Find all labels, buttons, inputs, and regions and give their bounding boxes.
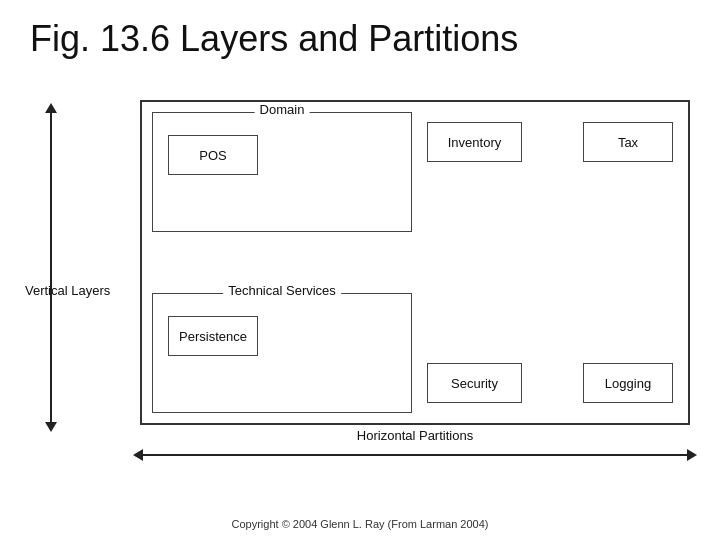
logging-box: Logging: [583, 363, 673, 403]
tax-box: Tax: [583, 122, 673, 162]
horizontal-arrow: [140, 454, 690, 456]
domain-label: Domain: [255, 102, 310, 117]
persistence-label: Persistence: [179, 329, 247, 344]
techservices-box: Technical Services Persistence: [152, 293, 412, 413]
page-title: Fig. 13.6 Layers and Partitions: [30, 18, 518, 60]
copyright-text: Copyright © 2004 Glenn L. Ray (From Larm…: [232, 517, 489, 532]
outer-box: Domain POS Inventory Tax Technical Servi…: [140, 100, 690, 425]
vertical-arrow: [50, 110, 52, 425]
horizontal-partitions-label: Horizontal Partitions: [353, 428, 477, 443]
horizontal-partitions-container: Horizontal Partitions: [140, 445, 690, 465]
inventory-box: Inventory: [427, 122, 522, 162]
diagram-area: Vertical Layers Domain POS Inventory Tax…: [20, 100, 700, 480]
tax-label: Tax: [618, 135, 638, 150]
pos-box: POS: [168, 135, 258, 175]
security-label: Security: [451, 376, 498, 391]
techservices-label: Technical Services: [223, 283, 341, 298]
logging-label: Logging: [605, 376, 651, 391]
persistence-box: Persistence: [168, 316, 258, 356]
vertical-layers-label: Vertical Layers: [25, 283, 110, 298]
inventory-label: Inventory: [448, 135, 501, 150]
security-box: Security: [427, 363, 522, 403]
domain-box: Domain POS: [152, 112, 412, 232]
pos-label: POS: [199, 148, 226, 163]
